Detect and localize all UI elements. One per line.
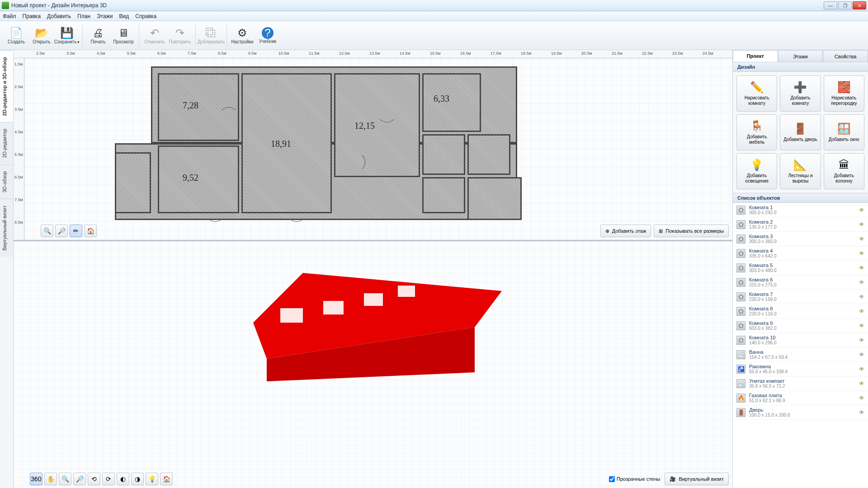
design-tool-button[interactable]: 🏛Добавить колонну	[824, 153, 864, 189]
menu-item-Добавить[interactable]: Добавить	[47, 13, 71, 19]
visibility-toggle-icon[interactable]: 👁	[859, 279, 864, 286]
object-list-item[interactable]: ⬠Комната 10140.0 x 296.0👁	[733, 333, 868, 347]
visibility-toggle-icon[interactable]: 👁	[859, 250, 864, 257]
orbit-360-button[interactable]: 360	[30, 473, 42, 485]
object-thumb-icon: ⬠	[736, 263, 745, 272]
visibility-toggle-icon[interactable]: 👁	[859, 380, 864, 387]
right-tab[interactable]: Проект	[733, 50, 778, 62]
menu-item-Файл[interactable]: Файл	[3, 13, 16, 19]
visibility-toggle-icon[interactable]: 👁	[859, 265, 864, 271]
object-list-item[interactable]: ⬠Комната 9603.0 x 382.0👁	[733, 319, 868, 333]
canvas-3d[interactable]: 360 ✋ 🔍 🔎 ⟲ ⟳ ◐ ◑ 💡 🏠 Прозрачные стены 🎥…	[14, 240, 732, 488]
object-dimensions: 305.0 x 292.0	[749, 210, 855, 215]
toolbar-save-button[interactable]: 💾Сохранить▾	[54, 23, 80, 48]
design-tool-button[interactable]: ➕Добавить комнату	[780, 75, 821, 112]
zoom-in-3d-button[interactable]: 🔎	[73, 473, 86, 485]
zoom-in-button[interactable]: 🔎	[55, 225, 68, 237]
ruler-v-tick: 2.5м	[14, 84, 23, 89]
toolbar-create-button[interactable]: 📄Создать	[4, 23, 29, 48]
ruler-h-tick: 12.5м	[339, 51, 350, 56]
object-list-item[interactable]: ⬠Комната 6315.0 x 275.0👁	[733, 275, 868, 290]
object-list-item[interactable]: 🛁Ванна154.2 x 67.5 x 50.4👁	[733, 347, 868, 362]
window-controls: — ❐ ✕	[824, 1, 866, 9]
menu-item-Этажи[interactable]: Этажи	[97, 13, 113, 19]
menu-item-Вид[interactable]: Вид	[119, 13, 129, 19]
toolbar-settings-button[interactable]: ⚙Настройки	[230, 23, 255, 48]
toolbar-preview-button[interactable]: 🖥Просмотр	[111, 23, 136, 48]
design-tool-button[interactable]: 🪟Добавить окно	[824, 114, 864, 150]
close-button[interactable]: ✕	[853, 1, 866, 9]
toolbar-print-button[interactable]: 🖨Печать	[85, 23, 111, 48]
main-toolbar: 📄Создать📂Открыть💾Сохранить▾🖨Печать🖥Просм…	[0, 21, 868, 50]
right-tab[interactable]: Свойства	[823, 50, 868, 62]
visibility-toggle-icon[interactable]: 👁	[859, 323, 864, 329]
design-tool-button[interactable]: 🧱Нарисовать перегородку	[824, 75, 864, 112]
svg-rect-5	[398, 286, 415, 297]
object-list-item[interactable]: 🚪Дверь100.0 x 15.0 x 200.0👁	[733, 405, 868, 420]
rotate-left-button[interactable]: ⟲	[88, 473, 100, 485]
object-dimensions: 154.2 x 67.5 x 50.4	[749, 355, 855, 360]
menu-item-Правка[interactable]: Правка	[23, 13, 41, 19]
right-tab[interactable]: Этажи	[778, 50, 823, 62]
object-list-item[interactable]: ⬠Комната 8220.0 x 116.0👁	[733, 304, 868, 319]
object-list-item[interactable]: 🚽Унитаз компакт35.6 x 56.5 x 71.2👁	[733, 376, 868, 391]
object-list-item[interactable]: ⬠Комната 5303.0 x 480.0👁	[733, 261, 868, 275]
visibility-toggle-icon[interactable]: 👁	[859, 221, 864, 228]
room-area-5: 9,52	[183, 173, 198, 183]
design-tool-button[interactable]: 🚪Добавить дверь	[780, 114, 821, 150]
menu-item-Справка[interactable]: Справка	[135, 13, 156, 19]
zoom-out-button[interactable]: 🔍	[41, 225, 53, 237]
draw-mode-button[interactable]: ✏	[70, 225, 82, 237]
pan-button[interactable]: ✋	[44, 473, 57, 485]
object-list-item[interactable]: 🔥Газовая плита51.0 x 62.1 x 86.9👁	[733, 391, 868, 405]
walk-back-button[interactable]: ◑	[131, 473, 144, 485]
visibility-toggle-icon[interactable]: 👁	[859, 207, 864, 213]
design-tool-button[interactable]: 🪑Добавить мебель	[736, 114, 777, 150]
object-list-item[interactable]: ⬠Комната 4335.0 x 642.0👁	[733, 246, 868, 261]
object-dimensions: 55.0 x 45.0 x 108.4	[749, 369, 855, 374]
object-list-item[interactable]: ⬠Комната 7220.0 x 159.0👁	[733, 290, 868, 304]
toolbar-open-button[interactable]: 📂Открыть	[29, 23, 54, 48]
view-tab[interactable]: 3D-обзор	[0, 164, 13, 199]
visibility-toggle-icon[interactable]: 👁	[859, 308, 864, 314]
visibility-toggle-icon[interactable]: 👁	[859, 409, 864, 416]
canvas-2d[interactable]: 7,28 18,91 12,15 6,33 9,52 🔍 🔎 ✏	[24, 58, 732, 240]
design-tool-button[interactable]: 📐Лестницы и вырезы	[780, 153, 821, 189]
object-list-item[interactable]: ⬠Комната 1305.0 x 292.0👁	[733, 203, 868, 217]
ruler-h-tick: 21.5м	[612, 51, 623, 56]
transparent-walls-checkbox[interactable]: Прозрачные стены	[609, 476, 660, 482]
object-list-item[interactable]: ⬠Комната 2135.0 x 177.0👁	[733, 217, 868, 232]
visibility-toggle-icon[interactable]: 👁	[859, 395, 864, 401]
design-tool-button[interactable]: 💡Добавить освещение	[736, 153, 777, 189]
visibility-toggle-icon[interactable]: 👁	[859, 366, 864, 372]
object-list-item[interactable]: ⬠Комната 3305.0 x 365.0👁	[733, 232, 868, 246]
visibility-toggle-icon[interactable]: 👁	[859, 236, 864, 242]
maximize-button[interactable]: ❐	[838, 1, 852, 9]
menu-item-План[interactable]: План	[77, 13, 90, 19]
home-view-button[interactable]: 🏠	[84, 225, 97, 237]
object-dimensions: 603.0 x 382.0	[749, 326, 855, 331]
visibility-toggle-icon[interactable]: 👁	[859, 294, 864, 300]
virtual-visit-button[interactable]: 🎥Виртуальный визит	[665, 473, 729, 485]
visibility-toggle-icon[interactable]: 👁	[859, 337, 864, 343]
view-tab[interactable]: 2D-редактор и 3D-обзор	[0, 50, 13, 122]
design-tool-icon: 🚪	[793, 122, 807, 136]
lighting-button[interactable]: 💡	[146, 473, 158, 485]
home-3d-button[interactable]: 🏠	[160, 473, 173, 485]
show-dimensions-button[interactable]: ⊞Показывать все размеры	[654, 225, 729, 237]
add-floor-button[interactable]: ⊕Добавить этаж	[600, 225, 651, 237]
ruler-v-tick: 3.5м	[14, 107, 23, 112]
toolbar-tutorial-button[interactable]: ?Учебник	[255, 23, 280, 48]
titlebar: Новый проект - Дизайн Интерьера 3D — ❐ ✕	[0, 0, 868, 11]
object-list[interactable]: ⬠Комната 1305.0 x 292.0👁⬠Комната 2135.0 …	[733, 203, 868, 488]
view-tab[interactable]: 2D-редактор	[0, 122, 13, 164]
visibility-toggle-icon[interactable]: 👁	[859, 352, 864, 358]
design-tool-button[interactable]: ✏️Нарисовать комнату	[736, 75, 777, 112]
walk-forward-button[interactable]: ◐	[117, 473, 129, 485]
rotate-right-button[interactable]: ⟳	[102, 473, 115, 485]
canvas2d-right-tools: ⊕Добавить этаж ⊞Показывать все размеры	[600, 225, 729, 237]
minimize-button[interactable]: —	[824, 1, 837, 9]
view-tab[interactable]: Виртуальный визит	[0, 199, 13, 257]
zoom-out-3d-button[interactable]: 🔍	[59, 473, 71, 485]
object-list-item[interactable]: 🚰Раковина55.0 x 45.0 x 108.4👁	[733, 362, 868, 376]
